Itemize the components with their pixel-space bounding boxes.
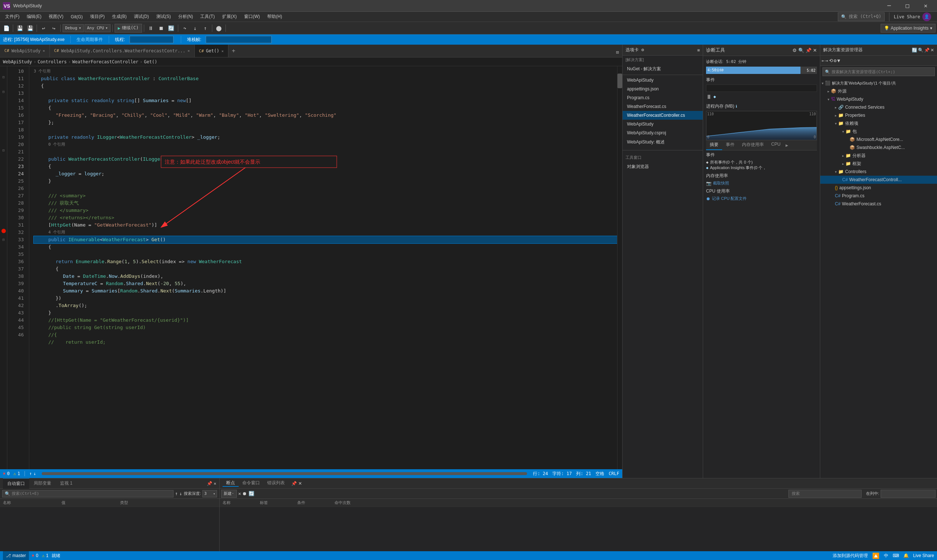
diag-pin-icon[interactable]: 📌 bbox=[806, 48, 811, 53]
sol-sync-icon[interactable]: 🔄 bbox=[912, 48, 917, 53]
fold-btn-33[interactable]: ⊟ bbox=[0, 236, 7, 243]
new-project-icon[interactable]: 📄 bbox=[2, 23, 11, 33]
thread-dropdown[interactable] bbox=[129, 36, 174, 43]
breakpoint-icon[interactable]: ⬤ bbox=[214, 23, 224, 33]
diag-tab-events[interactable]: 事件 bbox=[722, 140, 738, 150]
tab2-close-icon[interactable]: ✕ bbox=[188, 49, 190, 53]
tree-appsettings[interactable]: {} appsettings.json bbox=[820, 184, 937, 192]
scrollbar-thumb[interactable] bbox=[617, 74, 622, 88]
new-tab-button[interactable]: + bbox=[228, 45, 238, 57]
fold-btn-11[interactable]: ⊟ bbox=[0, 74, 7, 81]
save-icon[interactable]: 💾 bbox=[15, 23, 25, 33]
step-into-icon[interactable]: ↓ bbox=[190, 23, 200, 33]
auto-close-icon[interactable]: ✕ bbox=[214, 481, 216, 486]
bp-col-input[interactable] bbox=[881, 490, 935, 498]
fold-btn-13[interactable]: ⊟ bbox=[0, 88, 7, 95]
webapidesc-item[interactable]: WebApiStudy: 概述 bbox=[623, 137, 703, 147]
menu-help[interactable]: 帮助(H) bbox=[263, 12, 286, 21]
breadcrumb-part4[interactable]: Get() bbox=[144, 59, 157, 65]
breadcrumb-part1[interactable]: WebApiStudy bbox=[3, 59, 32, 65]
watch-tab[interactable]: 监视 1 bbox=[55, 478, 77, 489]
command-window-tab[interactable]: 命令窗口 bbox=[238, 480, 263, 487]
editor-close-right[interactable]: ⊡ bbox=[613, 48, 622, 57]
options-menu-icon[interactable]: ≡ bbox=[697, 48, 700, 53]
menu-build[interactable]: 生成(B) bbox=[108, 12, 130, 21]
minimize-button[interactable]: ─ bbox=[881, 0, 897, 12]
status-errors[interactable]: ✖ 0 ⚠ 1 bbox=[32, 553, 49, 558]
solution-search-box[interactable]: 🔍 搜索解决方案资源管理器(Ctrl+;) bbox=[822, 67, 935, 76]
undo-icon[interactable]: ↩ bbox=[39, 23, 48, 33]
tab-controller[interactable]: C# WebApiStudy.Controllers.WeatherForeca… bbox=[50, 45, 195, 57]
diag-tab-cpu[interactable]: CPU bbox=[768, 140, 784, 150]
tree-analyzers[interactable]: ▸ 📁 分析器 bbox=[820, 152, 937, 160]
diag-tab-summary[interactable]: 摘要 bbox=[706, 140, 722, 150]
sol-filter-icon[interactable]: ▼ bbox=[837, 58, 840, 63]
save-all-icon[interactable]: 💾 bbox=[25, 23, 35, 33]
auto-tab[interactable]: 自动窗口 bbox=[3, 478, 29, 489]
webapi-item[interactable]: WebApiStudy bbox=[623, 76, 703, 85]
weatherforecast-item[interactable]: WeatherForecast.cs bbox=[623, 102, 703, 111]
tree-program[interactable]: C# Program.cs bbox=[820, 192, 937, 200]
stop-icon[interactable]: ⏹ bbox=[156, 23, 166, 33]
search-down-icon[interactable]: ↓ bbox=[179, 491, 182, 496]
maximize-button[interactable]: □ bbox=[899, 0, 916, 12]
error-list-tab[interactable]: 错误列表 bbox=[263, 480, 288, 487]
menu-window[interactable]: 窗口(W) bbox=[240, 12, 263, 21]
editor-scrollbar[interactable] bbox=[617, 66, 622, 469]
search-up-icon[interactable]: ↑ bbox=[175, 491, 178, 496]
minimap-slider[interactable] bbox=[42, 472, 527, 475]
nav-up-icon[interactable]: ↑ bbox=[29, 471, 32, 476]
status-source-control[interactable]: 添加到源代码管理 bbox=[833, 553, 868, 559]
code-content[interactable]: 3 个引用 public class WeatherForecastContro… bbox=[29, 66, 617, 469]
status-notif-icon[interactable]: 🔔 bbox=[903, 553, 909, 558]
snapshot-link[interactable]: 📷 截取快照 bbox=[706, 180, 817, 186]
tree-project[interactable]: ▾ 🏗 WebApiStudy bbox=[820, 95, 937, 103]
step-out-icon[interactable]: ↑ bbox=[201, 23, 210, 33]
fold-btn-21[interactable]: ⊟ bbox=[0, 147, 7, 154]
restart-icon[interactable]: 🔄 bbox=[166, 23, 176, 33]
git-branch[interactable]: ⎇ master bbox=[3, 551, 29, 560]
appsettings-item[interactable]: appsettings.json bbox=[623, 85, 703, 93]
search-box[interactable]: 🔍 搜索 (Ctrl+Q) bbox=[838, 12, 885, 21]
platform-dropdown[interactable]: Any CPU ▾ bbox=[85, 24, 111, 32]
step-over-icon[interactable]: ↷ bbox=[180, 23, 189, 33]
tree-weatherforecast[interactable]: C# WeatherForecast.cs bbox=[820, 200, 937, 208]
weatherforecast-controller-item[interactable]: WeatherForecastController.cs bbox=[623, 111, 703, 120]
tree-controllers[interactable]: ▾ 📁 Controllers bbox=[820, 168, 937, 176]
auto-search-input[interactable]: 🔍 搜索(Ctrl+E) bbox=[2, 490, 174, 497]
diag-settings-icon[interactable]: ⚙ bbox=[792, 48, 797, 53]
close-button[interactable]: ✕ bbox=[917, 0, 934, 12]
sol-forward-icon[interactable]: → bbox=[825, 58, 828, 63]
tree-solution-root[interactable]: ▾ ⬛ 解决方案'WebApiStudy'(1 个项目/共 bbox=[820, 79, 937, 87]
menu-extensions[interactable]: 扩展(X) bbox=[218, 12, 240, 21]
sol-search-icon[interactable]: 🔍 bbox=[918, 48, 923, 53]
live-share-label[interactable]: Live Share bbox=[894, 14, 920, 19]
tree-properties[interactable]: ▸ 📁 Properties bbox=[820, 111, 937, 119]
sol-sync2-icon[interactable]: ⟲ bbox=[829, 58, 833, 63]
bp-new-button[interactable]: 新建· bbox=[221, 490, 237, 498]
menu-project[interactable]: 项目(P) bbox=[86, 12, 108, 21]
bp-refresh-icon[interactable]: 🔄 bbox=[249, 491, 254, 496]
object-browser-item[interactable]: 对象浏览器 bbox=[623, 162, 703, 172]
diag-marker-icon[interactable]: ◆ bbox=[713, 94, 716, 100]
breakpoints-tab[interactable]: 断点 bbox=[223, 480, 238, 487]
bp-pin-icon[interactable]: 📌 bbox=[291, 481, 297, 486]
tab-get-active[interactable]: C# Get() ✕ bbox=[195, 45, 228, 57]
tree-weathercontroller[interactable]: C# WeatherForecastControll... bbox=[820, 176, 937, 184]
lifecycle-link[interactable]: 生命周期事件 bbox=[77, 37, 103, 43]
diag-close-icon[interactable]: ✕ bbox=[813, 48, 817, 53]
diag-tab-memory[interactable]: 内存使用率 bbox=[738, 140, 768, 150]
nav-down-icon[interactable]: ↓ bbox=[33, 471, 36, 476]
tab-webapist[interactable]: C# WebApiStudy ✕ bbox=[0, 45, 50, 57]
nuget-item[interactable]: NuGet - 解决方案 bbox=[623, 64, 703, 74]
tree-external[interactable]: ▸ 📦 外源 bbox=[820, 87, 937, 95]
breadcrumb-part3[interactable]: WeatherForecastController bbox=[72, 59, 138, 65]
locals-tab[interactable]: 局部变量 bbox=[29, 478, 55, 489]
sol-back-icon[interactable]: ← bbox=[822, 58, 825, 63]
application-insights-button[interactable]: 💡 Application Insights ▾ bbox=[881, 24, 935, 32]
tree-aspnetcore[interactable]: 📦 Microsoft.AspNetCore... bbox=[820, 135, 937, 143]
menu-debug[interactable]: 调试(D) bbox=[130, 12, 152, 21]
status-lang[interactable]: 中 bbox=[884, 553, 888, 559]
menu-tools[interactable]: 工具(T) bbox=[197, 12, 218, 21]
tab3-close-icon[interactable]: ✕ bbox=[222, 49, 224, 53]
